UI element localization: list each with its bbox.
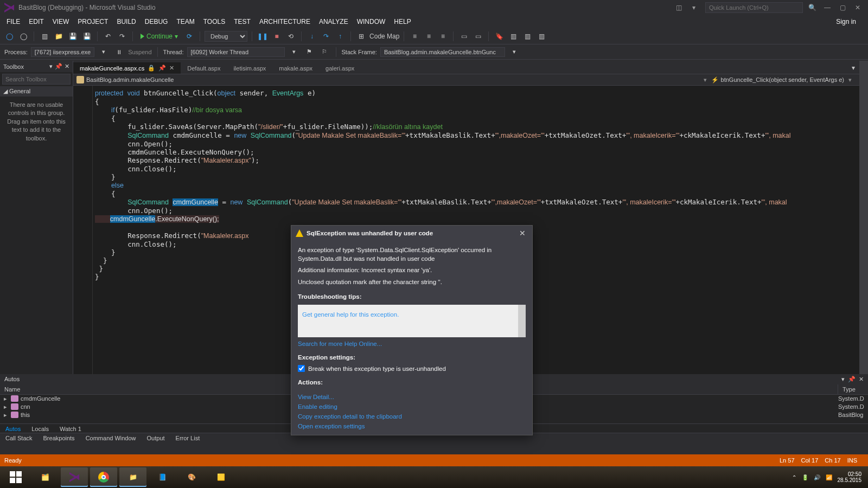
stackframe-select[interactable]: BasitBlog.admin.makaleGuncelle.btnGunc [380,47,505,57]
process-dropdown-icon[interactable]: ▾ [98,46,110,58]
search-help-link[interactable]: Search for more Help Online... [298,341,382,347]
tray-battery-icon[interactable]: 🔋 [802,474,808,480]
tab-commandwindow[interactable]: Command Window [80,433,142,444]
menu-analyze[interactable]: ANALYZE [315,16,353,27]
task-vs-icon[interactable] [61,467,88,487]
exception-close-button[interactable]: ✕ [517,229,528,237]
menu-debug[interactable]: DEBUG [141,16,173,27]
tab-errorlist[interactable]: Error List [170,433,206,444]
suspend-label[interactable]: Suspend [128,49,151,55]
menu-build[interactable]: BUILD [112,16,140,27]
feedback-icon[interactable]: ◫ [673,3,685,12]
enable-editing-link[interactable]: Enable editing [298,403,337,410]
break-checkbox[interactable] [298,365,305,372]
save-button[interactable]: 💾 [67,30,79,42]
tb-icon-7[interactable]: ▥ [521,30,533,42]
toolbox-search-input[interactable] [2,74,71,85]
tab-galeri[interactable]: galeri.aspx [319,63,361,74]
forward-button[interactable]: ◯ [17,30,29,42]
step-over-button[interactable]: ↷ [320,30,332,42]
menu-window[interactable]: WINDOW [353,16,390,27]
autos-dropdown-icon[interactable]: ▾ [841,376,845,383]
step-out-button[interactable]: ↑ [334,30,346,42]
tray-network-icon[interactable]: 📶 [826,474,832,480]
codemap-label[interactable]: Code Map [369,33,399,40]
menu-help[interactable]: HELP [390,16,415,27]
menu-project[interactable]: PROJECT [73,16,112,27]
open-settings-link[interactable]: Open exception settings [298,423,365,429]
pause-button[interactable]: ❚❚ [257,30,269,42]
general-help-link[interactable]: Get general help for this exception. [302,311,399,318]
maximize-button[interactable]: ▢ [837,3,848,12]
tab-iletisim[interactable]: iletisim.aspx [227,63,272,74]
tab-makaleguncelle[interactable]: makaleGuncelle.aspx.cs 🔒 📌 ✕ [73,62,181,74]
menu-edit[interactable]: EDIT [24,16,48,27]
thread-ops-icon[interactable]: ⚐ [318,46,330,58]
config-select[interactable]: Debug [205,31,247,42]
tray-volume-icon[interactable]: 🔊 [814,474,820,480]
suspend-icon[interactable]: ⏸ [113,46,125,58]
copy-detail-link[interactable]: Copy exception detail to the clipboard [298,413,402,420]
tab-breakpoints[interactable]: Breakpoints [38,433,80,444]
toolbox-close-icon[interactable]: ✕ [65,63,69,70]
task-sticky-icon[interactable]: 🟨 [207,467,234,487]
menu-file[interactable]: FILE [2,16,24,27]
tray-up-icon[interactable]: ⌃ [792,474,796,480]
quick-launch-input[interactable] [705,2,803,13]
tb-icon-4[interactable]: ▭ [458,30,470,42]
save-all-button[interactable]: 💾 [81,30,93,42]
stackframe-dropdown-icon[interactable]: ▾ [508,46,520,58]
start-button[interactable] [2,467,29,487]
breadcrumb-class[interactable]: BasitBlog.admin.makaleGuncelle [86,76,174,83]
thread-flag-icon[interactable]: ⚑ [303,46,315,58]
restart-button[interactable]: ⟲ [285,30,297,42]
flag-icon[interactable]: ▾ [688,3,700,12]
menu-architecture[interactable]: ARCHITECTURE [255,16,315,27]
autos-close-icon[interactable]: ✕ [859,376,864,383]
task-chrome-icon[interactable] [90,467,117,487]
sign-in-link[interactable]: Sign in [836,18,856,25]
vertical-scrollbar[interactable] [859,61,868,409]
break-checkbox-label[interactable]: Break when this exception type is user-u… [298,365,526,372]
troubleshooting-scrollbar[interactable] [518,305,526,337]
tb-icon-3[interactable]: ≡ [437,30,449,42]
pin-icon[interactable]: 📌 [158,65,166,72]
tb-icon-6[interactable]: ▥ [507,30,519,42]
task-folder-icon[interactable]: 📁 [119,467,146,487]
redo-button[interactable]: ↷ [116,30,128,42]
new-button[interactable]: ▥ [39,30,50,42]
thread-dropdown-icon[interactable]: ▾ [288,46,300,58]
tab-output[interactable]: Output [142,433,170,444]
tray-clock[interactable]: 02:50 28.5.2015 [838,471,862,483]
menu-test[interactable]: TEST [229,16,255,27]
autos-col-type[interactable]: Type [838,384,868,394]
tb-icon-2[interactable]: ≡ [423,30,435,42]
back-button[interactable]: ◯ [3,30,15,42]
undo-button[interactable]: ↶ [102,30,114,42]
toolbox-pin-icon[interactable]: 📌 [55,63,62,70]
tab-callstack[interactable]: Call Stack [0,433,38,444]
menu-tools[interactable]: TOOLS [199,16,229,27]
close-button[interactable]: ✕ [852,3,864,12]
menu-view[interactable]: VIEW [48,16,74,27]
toolbox-dropdown-icon[interactable]: ▾ [49,63,53,70]
search-icon[interactable]: 🔍 [806,3,818,12]
stop-button[interactable]: ■ [271,30,283,42]
tab-overflow-icon[interactable]: ▾ [847,62,859,74]
continue-button[interactable]: Continue ▾ [137,33,181,40]
bookmark-icon[interactable]: 🔖 [493,30,505,42]
breadcrumb-method[interactable]: btnGuncelle_Click(object sender, EventAr… [721,76,844,83]
process-select[interactable]: [7672] iisexpress.exe [31,47,94,57]
close-tab-icon[interactable]: ✕ [169,65,174,72]
autos-pin-icon[interactable]: 📌 [848,376,856,383]
tb-icon-5[interactable]: ▭ [472,30,484,42]
codemap-icon[interactable]: ⊞ [355,30,367,42]
tab-makale[interactable]: makale.aspx [272,63,319,74]
step-into-button[interactable]: ↓ [306,30,318,42]
view-detail-link[interactable]: View Detail... [298,394,334,400]
toolbox-general-section[interactable]: ◢ General [0,86,73,97]
menu-team[interactable]: TEAM [172,16,199,27]
minimize-button[interactable]: — [821,3,833,12]
task-explorer-icon[interactable]: 🗂️ [31,467,59,487]
task-notepad-icon[interactable]: 📘 [149,467,176,487]
